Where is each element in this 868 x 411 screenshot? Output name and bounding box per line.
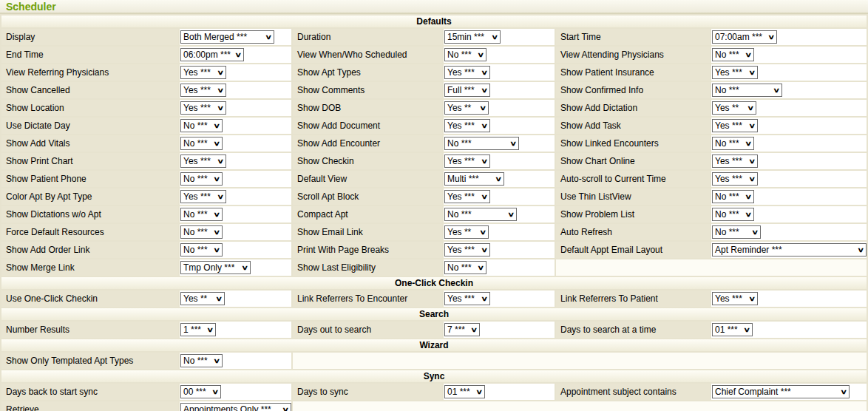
- days-back-to-start-sync-select[interactable]: 00 ***∨: [180, 385, 221, 398]
- value-cell: 15min ***∨: [444, 29, 555, 45]
- auto-scroll-to-current-time-select[interactable]: Yes ***∨: [712, 172, 758, 186]
- link-referrers-to-patient-select[interactable]: Yes ***∨: [712, 292, 758, 305]
- show-patient-phone-select[interactable]: No ***∨: [180, 172, 223, 186]
- label-view-attending-physicians: View Attending Physicians: [556, 47, 710, 63]
- selected-option: 7 ***: [447, 324, 465, 336]
- show-dob-select[interactable]: Yes **∨: [444, 101, 489, 115]
- show-add-encounter-select[interactable]: No ***∨: [444, 137, 519, 150]
- value-cell: Yes ***∨: [180, 153, 291, 169]
- selected-option: 01 ***: [447, 386, 470, 398]
- value-cell: No ***∨: [180, 135, 291, 152]
- color-apt-by-apt-type-select[interactable]: Yes ***∨: [180, 190, 226, 203]
- show-add-document-select[interactable]: Yes ***∨: [444, 119, 490, 132]
- show-add-task-select[interactable]: Yes ***∨: [712, 119, 758, 132]
- value-cell: Yes ***∨: [711, 118, 867, 134]
- start-time-select[interactable]: 07:00am ***∨: [712, 30, 777, 44]
- use-dictate-day-select[interactable]: No ***∨: [180, 119, 223, 132]
- days-to-search-at-a-time-select[interactable]: 01 ***∨: [712, 323, 753, 336]
- show-add-order-link-select[interactable]: No ***∨: [180, 243, 223, 257]
- value-cell: 00 ***∨: [180, 384, 291, 400]
- value-cell: Yes ***∨: [444, 188, 555, 205]
- label-auto-scroll-to-current-time: Auto-scroll to Current Time: [556, 171, 710, 187]
- value-cell: Yes ***∨: [444, 118, 555, 134]
- chevron-down-icon: ∨: [858, 247, 865, 254]
- show-apt-types-select[interactable]: Yes ***∨: [444, 66, 490, 79]
- value-cell: No ***∨: [180, 171, 291, 187]
- value-cell: No ***∨: [444, 206, 555, 223]
- selected-option: No ***: [447, 49, 472, 61]
- label-print-with-page-breaks: Print With Page Breaks: [293, 242, 442, 258]
- chevron-down-icon: ∨: [745, 52, 753, 58]
- print-with-page-breaks-select[interactable]: Yes ***∨: [444, 243, 490, 257]
- scroll-apt-block-select[interactable]: Yes ***∨: [444, 190, 490, 203]
- selected-option: No ***: [715, 191, 739, 203]
- view-when-who-scheduled-select[interactable]: No ***∨: [444, 48, 486, 61]
- show-add-dictation-select[interactable]: Yes **∨: [712, 101, 756, 115]
- auto-refresh-select[interactable]: No ***∨: [712, 225, 761, 239]
- selected-option: Yes ***: [183, 102, 211, 114]
- value-cell: No ***∨: [711, 135, 867, 152]
- selected-option: Yes ***: [447, 244, 475, 256]
- force-default-resources-select[interactable]: No ***∨: [180, 225, 223, 239]
- view-attending-physicians-select[interactable]: No ***∨: [712, 48, 754, 61]
- chevron-down-icon: ∨: [476, 389, 484, 395]
- show-linked-encounters-select[interactable]: No ***∨: [712, 137, 754, 150]
- section-header-one-click-checkin: One-Click Checkin: [1, 277, 867, 289]
- value-cell: Yes **∨: [444, 100, 555, 116]
- selected-option: Yes **: [447, 226, 471, 238]
- show-problem-list-select[interactable]: No ***∨: [712, 208, 754, 221]
- show-dictations-w-o-apt-select[interactable]: No ***∨: [180, 208, 223, 221]
- show-comments-select[interactable]: Full ***∨: [444, 84, 490, 97]
- chevron-down-icon: ∨: [749, 176, 756, 183]
- default-appt-email-layout-select[interactable]: Apt Reminder ***∨: [712, 243, 867, 257]
- label-show-patient-phone: Show Patient Phone: [1, 171, 178, 187]
- label-compact-apt: Compact Apt: [293, 206, 442, 223]
- show-add-vitals-select[interactable]: No ***∨: [180, 137, 223, 150]
- show-patient-insurance-select[interactable]: Yes ***∨: [712, 66, 758, 79]
- label-show-cancelled: Show Cancelled: [1, 82, 178, 98]
- selected-option: No ***: [715, 208, 739, 220]
- value-cell: Yes **∨: [711, 100, 867, 116]
- view-referring-physicians-select[interactable]: Yes ***∨: [180, 66, 226, 79]
- value-cell: 07:00am ***∨: [711, 29, 867, 45]
- default-view-select[interactable]: Multi ***∨: [444, 172, 504, 186]
- label-show-add-document: Show Add Document: [293, 118, 442, 134]
- compact-apt-select[interactable]: No ***∨: [444, 208, 517, 221]
- value-cell: Tmp Only ***∨: [180, 259, 291, 276]
- chevron-down-icon: ∨: [217, 194, 225, 200]
- value-cell: Yes ***∨: [444, 64, 555, 81]
- display-select[interactable]: Both Merged ***∨: [180, 30, 274, 44]
- chevron-down-icon: ∨: [773, 87, 781, 94]
- appointment-subject-contains-select[interactable]: Chief Complaint ***∨: [712, 385, 850, 398]
- show-print-chart-select[interactable]: Yes ***∨: [180, 154, 226, 168]
- days-to-sync-select[interactable]: 01 ***∨: [444, 385, 485, 398]
- duration-select[interactable]: 15min ***∨: [444, 30, 501, 44]
- link-referrers-to-encounter-select[interactable]: Yes ***∨: [444, 292, 490, 305]
- show-chart-online-select[interactable]: Yes ***∨: [712, 154, 758, 168]
- show-confirmed-info-select[interactable]: No ***∨: [712, 84, 782, 97]
- show-location-select[interactable]: Yes ***∨: [180, 101, 226, 115]
- selected-option: Yes ***: [715, 67, 742, 78]
- label-display: Display: [1, 29, 178, 45]
- selected-option: Yes **: [447, 102, 471, 114]
- show-email-link-select[interactable]: Yes **∨: [444, 225, 489, 239]
- days-out-to-search-select[interactable]: 7 ***∨: [444, 323, 480, 336]
- show-cancelled-select[interactable]: Yes ***∨: [180, 84, 226, 97]
- show-checkin-select[interactable]: Yes ***∨: [444, 154, 490, 168]
- chevron-down-icon: ∨: [214, 358, 221, 364]
- show-merge-link-select[interactable]: Tmp Only ***∨: [180, 261, 251, 274]
- number-results-select[interactable]: 1 ***∨: [180, 323, 216, 336]
- value-cell: Yes ***∨: [444, 153, 555, 169]
- selected-option: Yes **: [715, 102, 739, 114]
- chevron-down-icon: ∨: [217, 105, 225, 112]
- use-thin-listview-select[interactable]: No ***∨: [712, 190, 754, 203]
- value-cell: 7 ***∨: [444, 322, 555, 338]
- show-last-eligibility-select[interactable]: No ***∨: [444, 261, 486, 274]
- retrieve-select[interactable]: Appointments Only ***∨: [180, 403, 291, 411]
- end-time-select[interactable]: 06:00pm ***∨: [180, 48, 244, 61]
- value-cell: No ***∨: [444, 47, 555, 63]
- value-cell: Yes ***∨: [444, 242, 555, 258]
- use-one-click-checkin-select[interactable]: Yes **∨: [180, 292, 225, 305]
- show-only-templated-apt-types-select[interactable]: No ***∨: [180, 354, 223, 367]
- label-show-dob: Show DOB: [293, 100, 442, 116]
